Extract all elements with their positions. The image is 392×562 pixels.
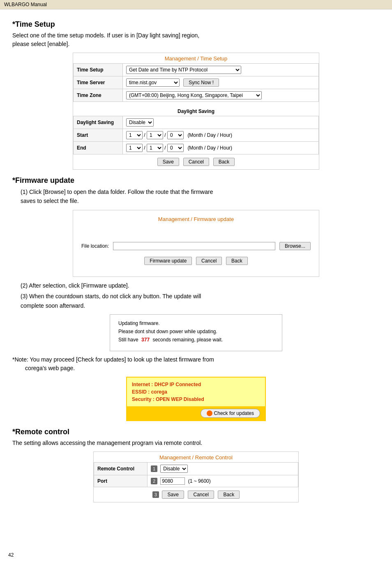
firmware-panel: Management / Firmware update File locati… xyxy=(73,210,319,277)
table-row: Start 1 / 1 / 0 (Month / Day / Hour) xyxy=(74,129,319,142)
topbar: WLBARGO Manual xyxy=(0,0,392,9)
start-month-select[interactable]: 1 xyxy=(126,131,143,139)
remote-control-label: Remote Control xyxy=(94,462,148,475)
time-back-button[interactable]: Back xyxy=(213,158,235,166)
end-month-select[interactable]: 1 xyxy=(126,144,143,152)
updating-line2: Please dont shut down power while updati… xyxy=(118,329,274,334)
end-hour-select[interactable]: 0 xyxy=(167,144,184,152)
daylight-table: Daylight Saving Disable Enable Start 1 /… xyxy=(73,116,319,154)
table-row: Time Zone (GMT+08:00) Beijing, Hong Kong… xyxy=(74,89,319,102)
remote-btn-row: 3 Save Cancel Back xyxy=(94,487,298,502)
start-label: Start xyxy=(74,129,123,142)
time-setup-select[interactable]: Get Date and Time by NTP Protocol xyxy=(126,66,241,74)
countdown-number: 377 xyxy=(141,337,150,343)
start-hour-select[interactable]: 0 xyxy=(167,131,184,139)
daylight-saving-select[interactable]: Disable Enable xyxy=(126,118,154,127)
port-hint: (1 ~ 9600) xyxy=(188,478,211,484)
time-setup-label: Time Setup xyxy=(74,64,123,76)
firmware-update-title: *Firmware update xyxy=(12,176,380,185)
daylight-saving-title: Daylight Saving xyxy=(73,106,319,116)
remote-control-select[interactable]: Disable Enable xyxy=(160,465,188,473)
remote-save-button[interactable]: Save xyxy=(162,491,184,499)
updating-panel: Updating firmware. Please dont shut down… xyxy=(110,314,282,351)
daylight-saving-label: Daylight Saving xyxy=(74,116,123,129)
port-label: Port xyxy=(94,475,148,487)
file-location-row: File location: Browse... xyxy=(73,239,319,253)
table-row: Time Server time.nist.gov Sync Now ! xyxy=(74,76,319,89)
firmware-update-button[interactable]: Firmware update xyxy=(144,257,192,265)
check-for-updates-button[interactable]: Check for updates xyxy=(201,409,260,418)
time-zone-label: Time Zone xyxy=(74,89,123,102)
firmware-panel-title: Management / Firmware update xyxy=(73,214,319,226)
browse-button[interactable]: Browse... xyxy=(279,242,311,250)
file-location-input[interactable] xyxy=(113,242,275,250)
topbar-label: WLBARGO Manual xyxy=(4,2,47,7)
start-suffix: (Month / Day / Hour) xyxy=(187,132,232,138)
step1-text: (1) Click [Browse] to open the data fold… xyxy=(21,187,380,206)
start-day-select[interactable]: 1 xyxy=(147,131,163,139)
remote-panel-title: Management / Remote Control xyxy=(94,452,298,462)
time-setup-table: Time Setup Get Date and Time by NTP Prot… xyxy=(73,63,319,102)
check-info3: Security : OPEN WEP Disabled xyxy=(132,396,260,403)
orange-circle-icon xyxy=(207,410,212,416)
end-label: End xyxy=(74,142,123,154)
check-updates-info: Internet : DHCP IP Connected ESSID : cor… xyxy=(127,378,265,406)
time-server-label: Time Server xyxy=(74,76,123,89)
port-input[interactable] xyxy=(160,477,185,485)
remote-control-title: *Remote control xyxy=(12,428,380,436)
remote-table: Remote Control 1 Disable Enable Port 2 (… xyxy=(94,462,298,487)
time-setup-title: *Time Setup xyxy=(12,20,380,29)
table-row: Remote Control 1 Disable Enable xyxy=(94,462,298,475)
time-setup-btn-row: Save Cancel Back xyxy=(73,154,319,169)
table-row: Time Setup Get Date and Time by NTP Prot… xyxy=(74,64,319,76)
time-setup-panel: Management / Time Setup Time Setup Get D… xyxy=(73,53,319,170)
check-info2: ESSID : corega xyxy=(132,388,260,396)
end-day-select[interactable]: 1 xyxy=(147,144,163,152)
check-info1: Internet : DHCP IP Connected xyxy=(132,381,260,388)
step3-text: (3) When the countdown starts, do not cl… xyxy=(21,292,380,310)
updating-line1: Updating firmware. xyxy=(118,320,274,326)
remote-cancel-button[interactable]: Cancel xyxy=(188,491,214,499)
remote-back-button[interactable]: Back xyxy=(218,491,240,499)
firmware-cancel-button[interactable]: Cancel xyxy=(196,257,222,265)
firmware-btn-row: Firmware update Cancel Back xyxy=(73,253,319,268)
num-badge-1: 1 xyxy=(151,465,157,472)
time-save-button[interactable]: Save xyxy=(157,158,179,166)
check-updates-panel: Internet : DHCP IP Connected ESSID : cor… xyxy=(126,377,266,421)
step2-text: (2) After selection, click [Firmware upd… xyxy=(21,281,380,290)
file-location-label: File location: xyxy=(81,243,109,249)
num-badge-3: 3 xyxy=(152,491,159,498)
time-setup-panel-title: Management / Time Setup xyxy=(73,53,319,63)
table-row: Daylight Saving Disable Enable xyxy=(74,116,319,129)
time-zone-select[interactable]: (GMT+08:00) Beijing, Hong Kong, Singapor… xyxy=(126,91,262,99)
time-setup-desc: Select one of the time setup models. If … xyxy=(12,31,380,48)
num-badge-2: 2 xyxy=(151,478,157,484)
note-text: *Note: You may proceed [Check for update… xyxy=(12,355,380,373)
table-row: End 1 / 1 / 0 (Month / Day / Hour) xyxy=(74,142,319,154)
page-number: 42 xyxy=(8,552,14,558)
updating-line3: Still have 377 seconds remaining, please… xyxy=(118,337,274,343)
check-updates-bar: Check for updates xyxy=(127,406,265,420)
remote-control-desc: The setting allows accessing the managem… xyxy=(12,439,380,447)
sync-now-button[interactable]: Sync Now ! xyxy=(183,78,219,87)
check-updates-label: Check for updates xyxy=(214,410,254,416)
table-row: Port 2 (1 ~ 9600) xyxy=(94,475,298,487)
firmware-back-button[interactable]: Back xyxy=(226,257,248,265)
time-server-select[interactable]: time.nist.gov xyxy=(126,78,180,87)
end-suffix: (Month / Day / Hour) xyxy=(187,145,232,151)
remote-control-panel: Management / Remote Control Remote Contr… xyxy=(93,451,299,502)
time-cancel-button[interactable]: Cancel xyxy=(183,158,209,166)
